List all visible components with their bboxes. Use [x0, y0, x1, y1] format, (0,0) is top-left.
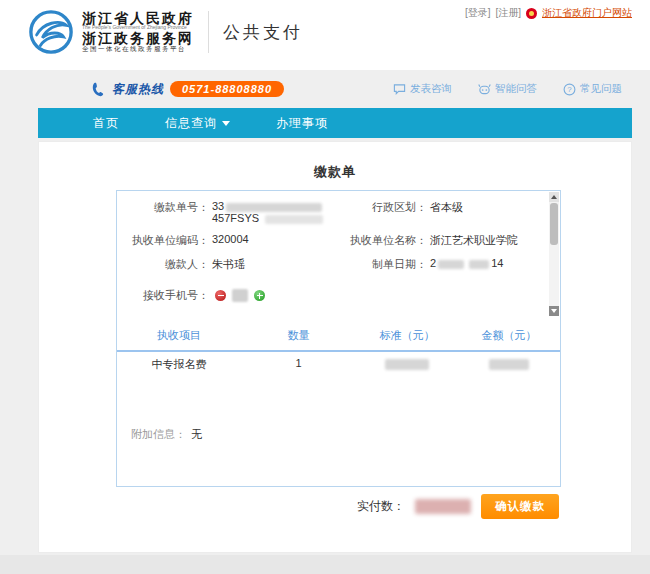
phone-row: 接收手机号：	[117, 288, 548, 303]
col-header-amount: 金额（元）	[458, 328, 560, 343]
help-links: 发表咨询 智能问答 ? 常见问题	[393, 82, 622, 96]
region-label: 行政区划：	[327, 200, 427, 224]
payer-field: 缴款人： 朱书瑶	[117, 257, 327, 272]
footer-band	[0, 555, 650, 574]
actual-pay-label: 实付数：	[357, 498, 405, 515]
table-row: 中专报名费 1	[117, 349, 560, 380]
col-header-qty: 数量	[241, 328, 356, 343]
extra-info-row: 附加信息： 无	[131, 427, 202, 442]
form-scroll-area: 缴款单号： 33 457FSYS 行政区划： 省本级 执收单位编码：	[117, 191, 548, 317]
payer-label: 缴款人：	[117, 257, 209, 272]
region-value: 省本级	[430, 200, 463, 224]
nav-item-info-query[interactable]: 信息查询	[165, 115, 230, 132]
nav-item-label: 信息查询	[165, 115, 217, 132]
extra-info-value: 无	[191, 428, 202, 440]
hotline-number: 0571-88808880	[170, 81, 284, 97]
unit-name-field: 执收单位名称： 浙江艺术职业学院	[327, 233, 548, 248]
remove-phone-icon[interactable]	[215, 290, 226, 301]
col-header-standard: 标准（元）	[356, 328, 458, 343]
robot-icon	[478, 83, 491, 96]
help-item-label: 常见问题	[580, 82, 622, 96]
scrollbar-thumb[interactable]	[550, 203, 558, 245]
bill-no-label: 缴款单号：	[117, 200, 209, 224]
hotline-label: 客服热线	[112, 81, 164, 98]
scroll-down-arrow-icon[interactable]	[549, 306, 559, 316]
unit-code-label: 执收单位编码：	[117, 233, 209, 248]
chevron-down-icon	[222, 121, 230, 126]
cell-amount	[458, 357, 560, 372]
table-header: 执收项目 数量 标准（元） 金额（元）	[117, 323, 560, 352]
unit-name-value: 浙江艺术职业学院	[430, 233, 518, 248]
header-divider	[208, 11, 209, 53]
phone-icon	[90, 81, 106, 97]
scrollbar[interactable]	[549, 192, 559, 316]
logo-text-block: 浙江省人民政府 The People's Government of Zheji…	[82, 11, 194, 53]
payer-value: 朱书瑶	[212, 257, 245, 272]
redacted-date-1	[438, 260, 464, 269]
redacted-bill-no-2	[265, 215, 323, 224]
form-row-3: 缴款人： 朱书瑶 制单日期： 214	[117, 257, 548, 272]
question-circle-icon: ?	[563, 83, 576, 96]
register-link[interactable]: [注册]	[495, 6, 521, 20]
add-phone-icon[interactable]	[254, 290, 265, 301]
region-field: 行政区划： 省本级	[327, 200, 548, 224]
main-content: 缴款单 缴款单号： 33 457FSYS 行政区划： 省本级	[38, 141, 632, 553]
help-item-smart-qa[interactable]: 智能问答	[478, 82, 537, 96]
cell-item: 中专报名费	[117, 357, 241, 372]
nav-item-handle-matters[interactable]: 办理事项	[276, 115, 328, 132]
payment-slip-panel: 缴款单号： 33 457FSYS 行政区划： 省本级 执收单位编码：	[116, 190, 561, 487]
header-links: [登录] [注册] 浙江省政府门户网站	[465, 6, 632, 20]
logo-line1: 浙江省人民政府	[82, 11, 194, 26]
date-label: 制单日期：	[327, 257, 427, 272]
chat-bubble-icon	[393, 83, 406, 96]
unit-code-value: 320004	[212, 233, 249, 248]
redacted-pay-amount	[415, 499, 471, 514]
form-row-1: 缴款单号： 33 457FSYS 行政区划： 省本级	[117, 200, 548, 224]
cell-standard	[356, 357, 458, 372]
site-logo: 浙江省人民政府 The People's Government of Zheji…	[28, 9, 303, 55]
help-item-label: 发表咨询	[410, 82, 452, 96]
cell-qty: 1	[241, 357, 356, 372]
site-header: 浙江省人民政府 The People's Government of Zheji…	[0, 0, 650, 70]
redacted-date-2	[469, 260, 489, 269]
redacted-standard	[385, 359, 429, 370]
confirm-payment-button[interactable]: 确认缴款	[481, 494, 559, 519]
login-link[interactable]: [登录]	[465, 6, 491, 20]
scroll-up-arrow-icon[interactable]	[549, 192, 559, 202]
hotline-group: 客服热线 0571-88808880	[90, 81, 284, 98]
date-value: 214	[430, 257, 503, 272]
page-title: 缴款单	[39, 163, 631, 181]
phone-label: 接收手机号：	[117, 288, 209, 303]
nav-item-home[interactable]: 首页	[93, 115, 119, 132]
logo-line2: 浙江政务服务网	[82, 31, 194, 46]
logo-line3: 全国一体化在线政务服务平台	[82, 46, 194, 53]
date-field: 制单日期： 214	[327, 257, 548, 272]
help-item-consult[interactable]: 发表咨询	[393, 82, 452, 96]
svg-text:?: ?	[567, 85, 572, 94]
form-row-2: 执收单位编码： 320004 执收单位名称： 浙江艺术职业学院	[117, 233, 548, 248]
unit-name-label: 执收单位名称：	[327, 233, 427, 248]
zhejiang-gov-logo-icon	[28, 9, 74, 55]
redacted-bill-no	[226, 203, 322, 212]
extra-info-label: 附加信息：	[131, 428, 186, 440]
redacted-amount	[489, 359, 529, 370]
redacted-phone-input[interactable]	[232, 289, 248, 302]
national-emblem-icon	[526, 8, 537, 19]
public-payment-page: 浙江省人民政府 The People's Government of Zheji…	[0, 0, 650, 574]
site-title: 公共支付	[223, 21, 303, 44]
main-nav: 首页 信息查询 办理事项	[38, 108, 632, 138]
col-header-item: 执收项目	[117, 328, 241, 343]
help-item-label: 智能问答	[495, 82, 537, 96]
pay-row: 实付数： 确认缴款	[357, 494, 559, 519]
unit-code-field: 执收单位编码： 320004	[117, 233, 327, 248]
nav-item-label: 首页	[93, 115, 119, 132]
bill-no-value: 33 457FSYS	[212, 200, 323, 224]
hotline-bar: 客服热线 0571-88808880 发表咨询 智能问答	[38, 70, 632, 108]
portal-link[interactable]: 浙江省政府门户网站	[542, 6, 632, 20]
nav-item-label: 办理事项	[276, 115, 328, 132]
bill-no-field: 缴款单号： 33 457FSYS	[117, 200, 327, 224]
help-item-faq[interactable]: ? 常见问题	[563, 82, 622, 96]
